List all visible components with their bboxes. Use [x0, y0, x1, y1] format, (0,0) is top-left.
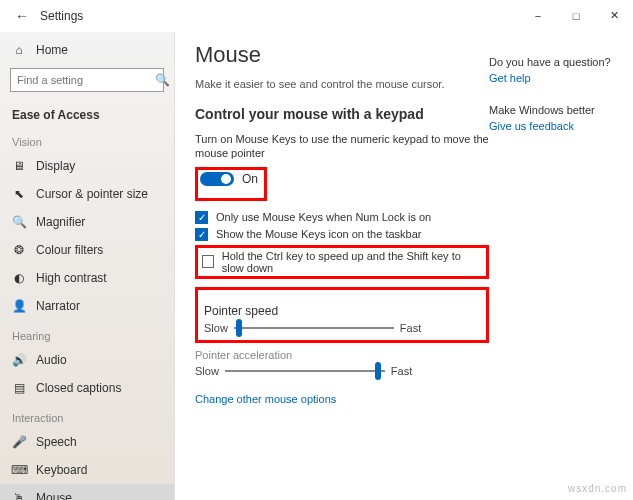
fast-label: Fast [391, 365, 412, 377]
sidebar-item-magnifier[interactable]: 🔍 Magnifier [0, 208, 174, 236]
section-desc: Turn on Mouse Keys to use the numeric ke… [195, 132, 489, 161]
feedback-header: Make Windows better [489, 104, 619, 116]
colour-icon: ❂ [12, 243, 26, 257]
sidebar-item-label: Speech [36, 435, 77, 449]
sidebar-item-label: Narrator [36, 299, 80, 313]
mouse-keys-toggle[interactable] [200, 172, 234, 186]
checkbox-icon: ✓ [202, 255, 214, 268]
check-label: Only use Mouse Keys when Num Lock is on [216, 211, 431, 223]
content-side: Do you have a question? Get help Make Wi… [489, 42, 619, 500]
narrator-icon: 👤 [12, 299, 26, 313]
pointer-accel-title: Pointer acceleration [195, 349, 489, 361]
group-hearing: Hearing [0, 320, 174, 346]
sidebar-item-keyboard[interactable]: ⌨ Keyboard [0, 456, 174, 484]
slow-label: Slow [204, 322, 228, 334]
check-ctrlshift[interactable]: ✓ Hold the Ctrl key to speed up and the … [202, 250, 482, 274]
checkbox-icon: ✓ [195, 211, 208, 224]
sidebar-item-narrator[interactable]: 👤 Narrator [0, 292, 174, 320]
group-interaction: Interaction [0, 402, 174, 428]
window-title: Settings [40, 9, 83, 23]
sidebar-category: Ease of Access [0, 100, 174, 126]
display-icon: 🖥 [12, 159, 26, 173]
highlight-pointer-speed: Pointer speed Slow Fast [195, 287, 489, 343]
other-mouse-options-link[interactable]: Change other mouse options [195, 393, 489, 405]
close-button[interactable]: ✕ [595, 0, 633, 32]
pointer-speed-title: Pointer speed [204, 304, 480, 318]
audio-icon: 🔊 [12, 353, 26, 367]
mouse-icon: 🖱 [12, 491, 26, 500]
help-question: Do you have a question? [489, 56, 619, 68]
sidebar-item-cursor[interactable]: ⬉ Cursor & pointer size [0, 180, 174, 208]
sidebar: ⌂ Home 🔍 Ease of Access Vision 🖥 Display… [0, 32, 175, 500]
window-controls: − □ ✕ [519, 0, 633, 32]
page-title: Mouse [195, 42, 489, 68]
home-icon: ⌂ [12, 43, 26, 57]
sidebar-item-speech[interactable]: 🎤 Speech [0, 428, 174, 456]
keyboard-icon: ⌨ [12, 463, 26, 477]
sidebar-home[interactable]: ⌂ Home [0, 36, 174, 64]
sidebar-item-closedcaptions[interactable]: ▤ Closed captions [0, 374, 174, 402]
sidebar-item-label: Magnifier [36, 215, 85, 229]
sidebar-item-label: Keyboard [36, 463, 87, 477]
minimize-button[interactable]: − [519, 0, 557, 32]
section-header: Control your mouse with a keypad [195, 106, 489, 122]
sidebar-item-highcontrast[interactable]: ◐ High contrast [0, 264, 174, 292]
cursor-icon: ⬉ [12, 187, 26, 201]
check-label: Show the Mouse Keys icon on the taskbar [216, 228, 421, 240]
sidebar-item-colourfilters[interactable]: ❂ Colour filters [0, 236, 174, 264]
contrast-icon: ◐ [12, 271, 26, 285]
slow-label: Slow [195, 365, 219, 377]
sidebar-item-label: Mouse [36, 491, 72, 500]
feedback-link[interactable]: Give us feedback [489, 120, 619, 132]
search-box[interactable]: 🔍 [10, 68, 164, 92]
pointer-accel-slider[interactable] [225, 365, 385, 377]
sidebar-home-label: Home [36, 43, 68, 57]
page-subtitle: Make it easier to see and control the mo… [195, 78, 489, 90]
check-numlock[interactable]: ✓ Only use Mouse Keys when Num Lock is o… [195, 211, 489, 224]
sidebar-item-display[interactable]: 🖥 Display [0, 152, 174, 180]
sidebar-item-label: Cursor & pointer size [36, 187, 148, 201]
fast-label: Fast [400, 322, 421, 334]
sidebar-item-label: Audio [36, 353, 67, 367]
get-help-link[interactable]: Get help [489, 72, 619, 84]
sidebar-item-label: Colour filters [36, 243, 103, 257]
content-area: Mouse Make it easier to see and control … [175, 32, 633, 500]
back-button[interactable]: ← [8, 8, 36, 24]
highlight-ctrl-shift: ✓ Hold the Ctrl key to speed up and the … [195, 245, 489, 279]
speech-icon: 🎤 [12, 435, 26, 449]
highlight-toggle: On [195, 167, 267, 201]
toggle-label: On [242, 172, 258, 186]
search-input[interactable] [17, 74, 155, 86]
cc-icon: ▤ [12, 381, 26, 395]
sidebar-item-label: High contrast [36, 271, 107, 285]
checkbox-icon: ✓ [195, 228, 208, 241]
maximize-button[interactable]: □ [557, 0, 595, 32]
magnifier-icon: 🔍 [12, 215, 26, 229]
sidebar-item-label: Display [36, 159, 75, 173]
check-label: Hold the Ctrl key to speed up and the Sh… [222, 250, 482, 274]
sidebar-item-audio[interactable]: 🔊 Audio [0, 346, 174, 374]
sidebar-item-mouse[interactable]: 🖱 Mouse [0, 484, 174, 500]
group-vision: Vision [0, 126, 174, 152]
check-taskbar[interactable]: ✓ Show the Mouse Keys icon on the taskba… [195, 228, 489, 241]
titlebar: ← Settings − □ ✕ [0, 0, 633, 32]
pointer-speed-slider[interactable] [234, 322, 394, 334]
watermark: wsxdn.com [568, 483, 627, 494]
sidebar-item-label: Closed captions [36, 381, 121, 395]
search-icon: 🔍 [155, 73, 170, 87]
